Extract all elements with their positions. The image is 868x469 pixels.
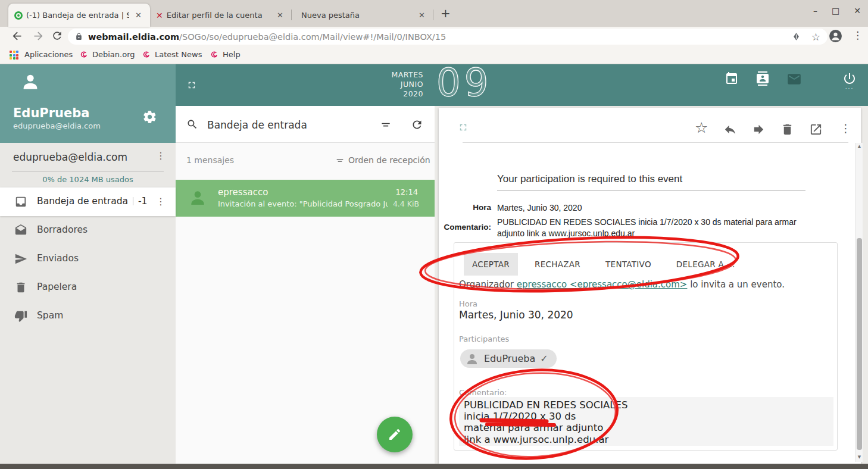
mail-module-icon[interactable] xyxy=(786,71,802,87)
bookmark-latest-news[interactable]: Latest News xyxy=(155,50,202,59)
inbox-icon xyxy=(14,195,27,208)
tab-title: Nueva pestaña xyxy=(301,11,413,20)
tab-title: Editar perfil de la cuenta xyxy=(167,11,271,20)
message-sender: epressacco xyxy=(218,187,268,198)
close-tab-icon[interactable]: ✕ xyxy=(416,11,427,20)
sort-order-label[interactable]: Orden de recepción xyxy=(348,155,430,165)
lock-icon xyxy=(75,33,83,40)
sidebar-item-inbox[interactable]: Bandeja de entrada-1 ⋮ xyxy=(0,187,176,216)
delegate-button[interactable]: DELEGAR A ... xyxy=(668,253,744,276)
forward-icon[interactable] xyxy=(752,123,766,136)
search-icon[interactable] xyxy=(186,118,198,130)
bookmark-star-icon[interactable]: ☆ xyxy=(811,31,820,43)
sidebar-item-trash[interactable]: Papelera xyxy=(0,273,176,302)
folder-menu-icon[interactable]: ⋮ xyxy=(156,197,166,207)
red-mail-favicon-icon: ✕ xyxy=(156,11,163,20)
participant-chip[interactable]: EduPrueba ✓ xyxy=(460,349,557,368)
comment-header-label: Comentario: xyxy=(441,223,491,232)
account-menu-icon[interactable]: ⋮ xyxy=(156,151,166,161)
scrollbar-thumb[interactable] xyxy=(857,238,862,450)
url-bar[interactable]: webmail.eldia.com /SOGo/so/eduprueba@eld… xyxy=(68,29,828,45)
message-subject: Invitación al evento: "Publicidad Posgra… xyxy=(218,199,388,208)
tab-edit-profile[interactable]: ✕ Editar perfil de la cuenta ✕ xyxy=(150,4,292,27)
back-icon[interactable] xyxy=(11,30,23,42)
participant-name: EduPrueba xyxy=(484,353,535,364)
forward-icon[interactable] xyxy=(32,30,45,42)
participant-avatar-icon xyxy=(465,352,479,366)
sidebar-item-spam[interactable]: Spam xyxy=(0,302,176,330)
sender-avatar-icon xyxy=(188,188,207,207)
message-time: 12:14 xyxy=(396,187,418,196)
compose-fab-button[interactable] xyxy=(377,417,413,452)
organizer-suffix: lo invita a un evento. xyxy=(687,279,785,290)
profile-avatar[interactable] xyxy=(829,30,842,42)
month-label: JUNIO xyxy=(378,80,423,89)
folder-label: Borradores xyxy=(37,224,88,235)
tentative-button[interactable]: TENTATIVO xyxy=(597,253,660,276)
maximize-button[interactable]: □ xyxy=(832,6,839,15)
logout-power-icon[interactable]: ... xyxy=(842,71,857,88)
open-in-new-icon[interactable] xyxy=(809,123,823,136)
unread-count: -1 xyxy=(138,196,147,207)
mail-scrollbar[interactable]: ▲ ▼ xyxy=(855,143,863,462)
scroll-down-icon[interactable]: ▼ xyxy=(855,455,863,459)
settings-gear-icon[interactable] xyxy=(142,110,157,124)
scroll-up-icon[interactable]: ▲ xyxy=(855,144,863,149)
sort-icon[interactable] xyxy=(380,119,392,131)
mail-more-menu-icon[interactable]: ⋮ xyxy=(840,123,851,134)
calendar-module-icon[interactable] xyxy=(725,71,739,86)
organizer-link[interactable]: epressacco <epressacco@eldia.com> xyxy=(517,279,688,290)
folder-label: Bandeja de entrada xyxy=(37,196,128,207)
close-window-button[interactable]: ✕ xyxy=(854,6,861,15)
search-input[interactable]: Bandeja de entrada xyxy=(207,119,307,131)
close-tab-icon[interactable]: ✕ xyxy=(133,11,144,20)
browser-menu-icon[interactable]: ⋮ xyxy=(853,29,863,41)
message-list-column: Bandeja de entrada 1 mensajes Orden de r… xyxy=(176,106,435,464)
sidebar-item-sent[interactable]: Enviados xyxy=(0,245,176,273)
send-icon xyxy=(14,252,27,265)
bookmark-help[interactable]: Help xyxy=(223,50,241,59)
debian-swirl-icon xyxy=(142,50,151,59)
tab-inbox[interactable]: (-1) Bandeja de entrada | SO ✕ xyxy=(8,4,150,27)
hora-label: Hora xyxy=(459,299,477,308)
search-row: Bandeja de entrada xyxy=(176,106,435,143)
star-flag-icon[interactable]: ☆ xyxy=(695,119,708,136)
mail-card: ☆ ⋮ Your participation is required to th… xyxy=(439,108,861,464)
comment-line: link a www.jursoc.unlp.edu.ar xyxy=(464,434,829,445)
close-tab-icon[interactable]: ✕ xyxy=(274,11,286,20)
new-tab-button[interactable]: + xyxy=(441,6,451,20)
divider xyxy=(463,142,848,143)
delete-icon[interactable] xyxy=(780,123,794,136)
sogo-favicon-icon xyxy=(14,11,23,20)
expand-mail-icon[interactable] xyxy=(458,122,469,133)
minimize-button[interactable]: – xyxy=(813,6,817,15)
sidebar-item-drafts[interactable]: Borradores xyxy=(0,216,176,245)
refresh-icon[interactable] xyxy=(411,118,423,131)
comment-header-value: PUBLICIDAD EN REDES SOCIALES inicia 1/7/… xyxy=(497,217,801,239)
date-block: MARTES JUNIO 2020 xyxy=(378,70,423,99)
reply-icon[interactable] xyxy=(723,123,737,136)
drafts-icon xyxy=(14,224,27,237)
weekday-label: MARTES xyxy=(378,70,423,80)
divider xyxy=(12,171,164,172)
accept-button[interactable]: ACEPTAR xyxy=(464,253,518,276)
contacts-module-icon[interactable] xyxy=(755,71,770,86)
folder-label: Enviados xyxy=(37,253,79,264)
fullscreen-icon[interactable] xyxy=(186,80,197,90)
browser-toolbar: webmail.eldia.com /SOGo/so/eduprueba@eld… xyxy=(0,27,868,46)
bookmark-aplicaciones[interactable]: Aplicaciones xyxy=(24,50,73,59)
tab-new[interactable]: Nueva pestaña ✕ xyxy=(292,4,433,27)
decline-button[interactable]: RECHAZAR xyxy=(526,253,589,276)
window-bottom-border xyxy=(0,464,868,469)
message-list-item[interactable]: epressacco 12:14 Invitación al evento: "… xyxy=(176,180,435,217)
bookmark-debian[interactable]: Debian.org xyxy=(92,50,135,59)
participation-note: Your participation is required to this e… xyxy=(497,173,682,185)
extension-icon[interactable] xyxy=(792,32,801,41)
url-path: /SOGo/so/eduprueba@eldia.com/Mail/view#!… xyxy=(179,32,792,42)
apps-grid-icon[interactable] xyxy=(10,51,18,60)
sort-order-icon[interactable] xyxy=(335,156,345,165)
reload-icon[interactable] xyxy=(51,30,63,42)
divider xyxy=(133,197,133,205)
browser-window: (-1) Bandeja de entrada | SO ✕ ✕ Editar … xyxy=(0,0,868,469)
window-controls: – □ ✕ xyxy=(813,6,861,15)
